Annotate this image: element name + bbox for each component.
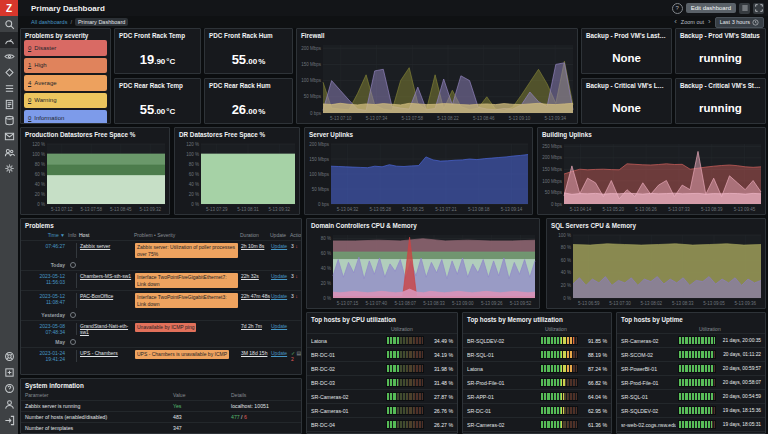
sidebar-item-data-collection[interactable] [0, 112, 18, 128]
action-icon[interactable]: ↓ [295, 293, 298, 299]
tophosts-host-link[interactable]: SR-Prod-File-01 [621, 380, 676, 386]
problem-update-link[interactable]: Update [271, 243, 291, 249]
sidebar-item-support[interactable] [0, 348, 18, 364]
svg-text:5-13 07:21: 5-13 07:21 [435, 207, 457, 212]
sidebar-item-users[interactable] [0, 144, 18, 160]
menu-button[interactable] [739, 3, 750, 14]
sidebar-item-alerts[interactable] [0, 128, 18, 144]
tophosts-host-link[interactable]: SR-Cameras-01 [311, 408, 384, 414]
sidebar-item-dashboards[interactable] [0, 32, 18, 48]
breadcrumb-all-dashboards[interactable]: All dashboards [31, 19, 67, 25]
severity-count-link[interactable]: 4 [28, 80, 31, 86]
tophosts-host-link[interactable]: SR-Prod-File-01 [467, 380, 538, 386]
problem-time-link[interactable]: 2023-01-24 19:41:24 [24, 350, 68, 362]
tophosts-host-link[interactable]: BR-DC-02 [311, 366, 384, 372]
col-problem[interactable]: Problem • Severity [134, 232, 240, 238]
edit-dashboard-button[interactable]: Edit dashboard [686, 3, 736, 13]
problem-host-link[interactable]: Zabbix server [80, 243, 110, 249]
problem-severity-chip[interactable]: Interface TwoPointFiveGigabitEthernet3: … [135, 293, 238, 308]
tophosts-host-link[interactable]: SR-SQLDEV-02 [621, 408, 676, 414]
problem-duration[interactable]: 22h 32s [241, 273, 271, 279]
svg-text:100 %: 100 % [558, 233, 571, 238]
tophosts-header: Utilization [617, 324, 765, 333]
tophosts-host-link[interactable]: SR-Cameras-02 [467, 422, 538, 428]
problem-update-link[interactable]: Update [271, 293, 291, 299]
problem-duration[interactable]: 7d 2h 7m [241, 323, 271, 329]
sidebar-item-integrations[interactable] [0, 364, 18, 380]
time-range-button[interactable]: Last 3 hours [715, 17, 764, 28]
col-time[interactable]: Time ▼ [24, 232, 68, 238]
problem-duration[interactable]: 2h 10m 8s [241, 243, 271, 249]
action-icon[interactable]: 3 [291, 243, 294, 249]
tophosts-host-link[interactable]: SR-Cameras-02 [311, 394, 384, 400]
col-host[interactable]: Host [76, 232, 134, 238]
sidebar-item-search[interactable] [0, 16, 18, 32]
zoom-out-button[interactable]: Zoom out [681, 19, 704, 25]
tophosts-host-link[interactable]: BR-SQL-01 [467, 352, 538, 358]
value-display: None [582, 90, 671, 123]
problem-host-link[interactable]: Chambers-MS-sth-sw1 [80, 273, 131, 279]
problem-time-link[interactable]: 2023-05-12 11:08:47 [24, 293, 68, 305]
action-icon[interactable]: ↓ [295, 273, 298, 279]
panel-title: Server Uplinks [305, 128, 532, 139]
tophosts-host-link[interactable]: Latona [311, 338, 384, 344]
problem-update-link[interactable]: Update [271, 350, 291, 356]
tophosts-host-link[interactable]: SR-SQL-01 [621, 394, 676, 400]
tophosts-host-link[interactable]: BR-SQLDEV-02 [467, 338, 538, 344]
problem-duration[interactable]: 3M 18d 15h [241, 350, 271, 356]
severity-count-link[interactable]: 0 [28, 45, 31, 51]
action-icon[interactable]: 3 [291, 273, 294, 279]
time-forward-button[interactable]: › [708, 18, 711, 26]
problem-duration[interactable]: 22h 47m 48s [241, 293, 271, 299]
help-icon[interactable]: ? [672, 3, 683, 14]
sidebar-item-help[interactable] [0, 380, 18, 396]
action-icon[interactable]: 3 [291, 293, 294, 299]
tophosts-row: BR-DC-0231.98 % [307, 361, 457, 375]
problem-time-link[interactable]: 2023-05-08 07:48:34 [24, 323, 68, 335]
sidebar-item-monitoring[interactable] [0, 48, 18, 64]
tophosts-host-link[interactable]: SR-Cameras-02 [621, 338, 676, 344]
col-info[interactable]: Info [68, 232, 76, 238]
problem-host-link[interactable]: GrandStand-Natt-eth-sw1 [80, 323, 128, 335]
zabbix-logo[interactable]: Z [0, 0, 18, 16]
fullscreen-button[interactable] [753, 3, 764, 14]
sidebar-item-user-settings[interactable] [0, 396, 18, 412]
tophosts-host-link[interactable]: BR-DC-03 [311, 380, 384, 386]
sidebar-item-reports[interactable] [0, 96, 18, 112]
problem-severity-chip[interactable]: Zabbix server: Utilization of poller pro… [135, 243, 238, 258]
tophosts-host-link[interactable]: SR-DC-01 [467, 408, 538, 414]
tophosts-host-link[interactable]: Latona [467, 366, 538, 372]
problem-severity-chip[interactable]: Interface TwoPointFiveGigabitEthernet7: … [135, 273, 238, 288]
problem-host-link[interactable]: PAC-BoxOffice [80, 293, 113, 299]
svg-text:100 %: 100 % [32, 152, 45, 157]
sidebar-item-administration[interactable] [0, 160, 18, 176]
severity-count-link[interactable]: 0 [28, 115, 31, 121]
tophosts-row: SR-DC-0162.95 % [463, 403, 611, 417]
tophosts-host-link[interactable]: sr-web-02.cogs.nsw.edu.au [621, 422, 676, 428]
problem-severity-chip[interactable]: UPS - Chambers is unavailable by ICMP [135, 350, 229, 359]
action-icon[interactable]: 2 [291, 356, 294, 362]
problem-time-link[interactable]: 07:46:27 [24, 243, 68, 249]
problem-update-link[interactable]: Update [271, 323, 291, 329]
action-icon[interactable]: ↓ [295, 243, 298, 249]
problem-update-link[interactable]: Update [271, 273, 291, 279]
problem-time-link[interactable]: 2023-05-12 11:56:03 [24, 273, 68, 285]
tophosts-host-link[interactable]: BR-DC-01 [311, 352, 384, 358]
sidebar-item-services[interactable] [0, 64, 18, 80]
panel-top-memory: Top hosts by Memory utilization Utilizat… [462, 312, 612, 434]
sign-out-icon [4, 415, 15, 426]
tophosts-host-link[interactable]: SR-SCOM-02 [621, 352, 676, 358]
col-duration[interactable]: Duration [240, 232, 270, 238]
action-icon[interactable]: ▤ [297, 350, 302, 356]
tophosts-host-link[interactable]: SR-APP-01 [467, 394, 538, 400]
sidebar-item-sign-out[interactable] [0, 412, 18, 428]
tophosts-host-link[interactable]: BR-DC-04 [311, 422, 384, 428]
sidebar-item-inventory[interactable] [0, 80, 18, 96]
time-back-button[interactable]: ‹ [674, 18, 677, 26]
tophosts-host-link[interactable]: SR-PowerBI-01 [621, 366, 676, 372]
problem-host-link[interactable]: UPS - Chambers [80, 350, 118, 356]
svg-text:5-13 06:26: 5-13 06:26 [635, 207, 657, 212]
problem-severity-chip[interactable]: Unavailable by ICMP ping [135, 323, 196, 332]
severity-count-link[interactable]: 1 [28, 62, 31, 68]
severity-count-link[interactable]: 0 [28, 97, 31, 103]
